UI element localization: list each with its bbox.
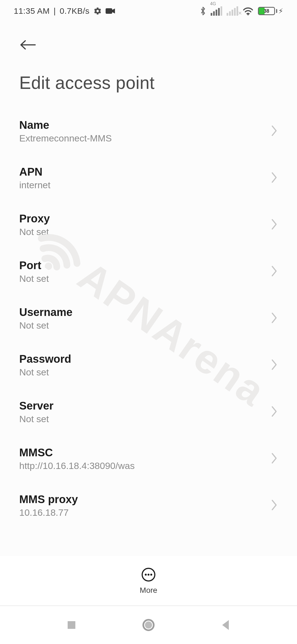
more-icon bbox=[141, 567, 156, 583]
settings-list: Name Extremeconnect-MMS APN internet Pro… bbox=[0, 98, 297, 634]
chevron-right-icon bbox=[271, 359, 278, 372]
svg-point-9 bbox=[145, 621, 152, 629]
svg-rect-7 bbox=[68, 621, 75, 629]
row-label: APN bbox=[19, 166, 50, 178]
status-bar: 11:35 AM | 0.7KB/s 4G ✕ 38 ⚡︎ bbox=[0, 0, 297, 22]
chevron-right-icon bbox=[271, 452, 278, 465]
svg-point-4 bbox=[145, 574, 147, 575]
arrow-left-icon bbox=[19, 39, 36, 51]
triangle-left-icon bbox=[220, 619, 231, 631]
nav-recent-button[interactable] bbox=[61, 614, 82, 636]
circle-icon bbox=[142, 618, 155, 632]
back-button[interactable] bbox=[19, 35, 38, 54]
row-value: Not set bbox=[19, 367, 71, 378]
camera-icon bbox=[106, 8, 115, 14]
row-label: Proxy bbox=[19, 212, 50, 225]
row-value: Not set bbox=[19, 320, 72, 331]
signal-primary-icon: 4G bbox=[211, 6, 222, 16]
chevron-right-icon bbox=[271, 406, 278, 418]
row-label: Username bbox=[19, 306, 72, 318]
chevron-right-icon bbox=[271, 172, 278, 184]
svg-point-5 bbox=[147, 574, 149, 575]
row-value: 10.16.18.77 bbox=[19, 507, 78, 518]
signal-4g-label: 4G bbox=[210, 1, 216, 6]
chevron-right-icon bbox=[271, 312, 278, 325]
row-value: Not set bbox=[19, 227, 50, 237]
chevron-right-icon bbox=[271, 499, 278, 512]
charging-icon: ⚡︎ bbox=[278, 7, 283, 15]
bottom-action-bar: More bbox=[0, 556, 297, 605]
status-separator: | bbox=[54, 6, 56, 16]
row-label: Server bbox=[19, 400, 54, 412]
chevron-right-icon bbox=[271, 265, 278, 278]
chevron-right-icon bbox=[271, 219, 278, 231]
system-nav-bar bbox=[0, 605, 297, 644]
row-label: Password bbox=[19, 353, 71, 365]
row-label: Name bbox=[19, 119, 112, 131]
row-label: MMSC bbox=[19, 446, 135, 459]
row-label: MMS proxy bbox=[19, 493, 78, 506]
row-server[interactable]: Server Not set bbox=[0, 389, 297, 435]
row-value: Not set bbox=[19, 414, 54, 424]
row-value: internet bbox=[19, 180, 50, 190]
status-time: 11:35 AM bbox=[14, 6, 50, 16]
svg-point-6 bbox=[150, 574, 152, 575]
chevron-right-icon bbox=[271, 125, 278, 138]
page-title: Edit access point bbox=[0, 57, 297, 98]
row-value: Extremeconnect-MMS bbox=[19, 133, 112, 144]
bluetooth-icon bbox=[200, 6, 206, 16]
battery-indicator: 38 ⚡︎ bbox=[258, 7, 283, 15]
nav-home-button[interactable] bbox=[138, 614, 160, 636]
row-mms-proxy[interactable]: MMS proxy 10.16.18.77 bbox=[0, 482, 297, 529]
row-name[interactable]: Name Extremeconnect-MMS bbox=[0, 108, 297, 155]
row-value: Not set bbox=[19, 273, 49, 284]
svg-rect-1 bbox=[106, 8, 112, 14]
row-password[interactable]: Password Not set bbox=[0, 342, 297, 389]
row-value: http://10.16.18.4:38090/was bbox=[19, 460, 135, 471]
row-label: Port bbox=[19, 259, 49, 272]
row-proxy[interactable]: Proxy Not set bbox=[0, 201, 297, 248]
more-label: More bbox=[140, 586, 157, 595]
row-username[interactable]: Username Not set bbox=[0, 295, 297, 342]
row-apn[interactable]: APN internet bbox=[0, 155, 297, 201]
header bbox=[0, 22, 297, 57]
square-icon bbox=[66, 620, 77, 631]
row-mmsc[interactable]: MMSC http://10.16.18.4:38090/was bbox=[0, 435, 297, 482]
gear-icon bbox=[94, 7, 102, 15]
row-port[interactable]: Port Not set bbox=[0, 248, 297, 295]
wifi-icon bbox=[243, 7, 254, 15]
status-net-speed: 0.7KB/s bbox=[60, 6, 90, 16]
svg-point-2 bbox=[248, 14, 249, 15]
more-button[interactable]: More bbox=[140, 567, 157, 595]
battery-percent: 38 bbox=[259, 8, 274, 14]
signal-secondary-icon: ✕ bbox=[227, 6, 238, 16]
nav-back-button[interactable] bbox=[215, 614, 237, 636]
